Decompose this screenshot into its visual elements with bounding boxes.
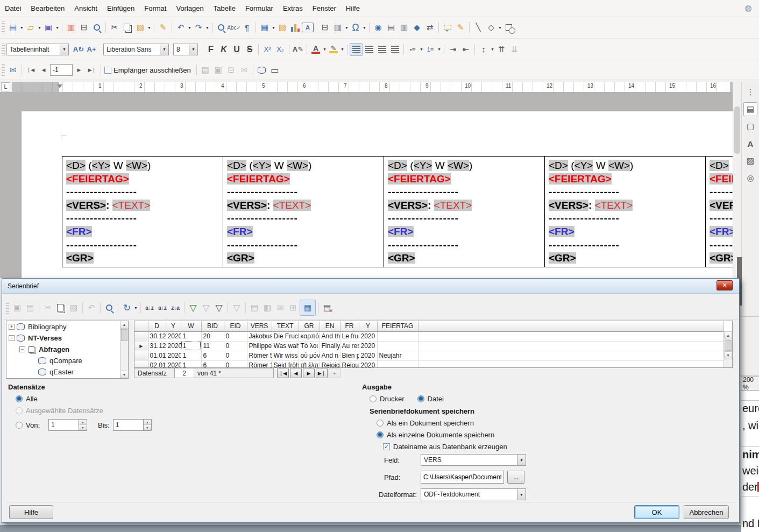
formatting-marks-icon[interactable] — [240, 21, 253, 34]
menu-datei[interactable]: Datei — [0, 2, 26, 15]
data-to-text-icon[interactable] — [248, 301, 261, 314]
column-header[interactable]: TEXT — [272, 321, 299, 331]
sidebar-navigator-icon[interactable]: ◎ — [743, 171, 757, 185]
horizontal-ruler[interactable]: 1 2 3 4 5 6 7 8 9 10 11 12 13 14 15 16 — [12, 82, 733, 92]
find-replace-icon[interactable] — [215, 21, 228, 34]
align-left-icon[interactable] — [350, 43, 363, 56]
expander-icon[interactable]: − — [19, 346, 25, 352]
column-header[interactable]: FR — [340, 321, 359, 331]
radio-datei[interactable] — [417, 395, 424, 402]
dialog-save-icon[interactable] — [11, 301, 24, 314]
insert-endnote-icon[interactable] — [398, 21, 410, 34]
current-row-marker[interactable]: ▶ — [134, 341, 148, 351]
dialog-undo-icon[interactable] — [85, 301, 98, 314]
new-document-icon[interactable] — [6, 21, 19, 34]
records-range-option[interactable]: Von: 1 ▲▼ Bis: 1 ▲▼ — [16, 419, 152, 431]
open-dropdown[interactable]: ▼ — [37, 21, 42, 34]
filename-from-db-checkbox[interactable]: ✓ — [383, 443, 390, 450]
column-header[interactable]: FEIERTAG — [377, 321, 418, 331]
line-spacing-icon[interactable]: ↕ — [477, 43, 490, 56]
record-number-input[interactable] — [50, 64, 73, 76]
save-single-option[interactable]: Als ein Dokument speichern — [377, 419, 474, 427]
radio-als-einzelne[interactable] — [377, 431, 384, 438]
show-draw-functions-icon[interactable] — [502, 21, 515, 34]
bookmark-icon[interactable] — [410, 21, 423, 34]
reset-filter-icon[interactable] — [230, 301, 243, 314]
insert-line-icon[interactable] — [472, 21, 485, 34]
dialog-copy-icon[interactable] — [54, 301, 67, 314]
tree-item-nt-verses[interactable]: − NT-Verses — [6, 332, 128, 344]
column-header[interactable]: Y — [166, 321, 181, 331]
tree-item-abfragen[interactable]: − Abfragen — [6, 344, 128, 355]
open-icon[interactable] — [24, 21, 37, 34]
bis-down[interactable]: ▼ — [144, 425, 151, 430]
font-color-icon[interactable]: A — [309, 43, 322, 56]
update-style-icon[interactable]: A↻ — [72, 43, 85, 56]
subscript-icon[interactable]: X₂ — [274, 43, 287, 56]
edit-individual-documents-icon[interactable] — [199, 63, 212, 76]
nav-last-record[interactable] — [316, 368, 328, 378]
field-dropdown[interactable]: ▼ — [517, 455, 526, 465]
highlight-color-icon[interactable]: ✎ — [327, 43, 340, 56]
grid-row[interactable]: 02.01 2020 1 6 0 Römer 1: Seid fröh τῇ ἐ… — [134, 360, 724, 368]
exclude-recipient-checkbox[interactable] — [104, 67, 111, 74]
tree-item-bibliography[interactable]: + Bibliography — [6, 321, 128, 332]
cross-reference-icon[interactable] — [423, 21, 436, 34]
character-highlight-icon[interactable]: A✎ — [292, 43, 304, 56]
radio-alle[interactable] — [16, 395, 23, 402]
grid-scroll-thumb[interactable] — [725, 340, 732, 351]
apply-filter-icon[interactable] — [200, 301, 212, 314]
dialog-refresh-icon[interactable] — [120, 301, 133, 314]
dialog-close-button[interactable]: ✕ — [717, 280, 733, 290]
align-right-icon[interactable] — [375, 43, 388, 56]
menu-fenster[interactable]: Fenster — [308, 2, 341, 15]
grid-row[interactable]: 01.01 2020 1 6 0 Römer 5, Wir wiss οὐ μό… — [134, 351, 724, 360]
row-selector[interactable] — [134, 360, 148, 368]
grid-row[interactable]: 30.12 2020 1 20 0 Jakobus Die Frucl καρπ… — [134, 331, 724, 341]
menu-bearbeiten[interactable]: Bearbeiten — [26, 2, 69, 15]
table-cell-clipped[interactable]: <D> <FEIERTAG> ------------------ <VERS>… — [705, 157, 733, 267]
ok-button[interactable]: OK — [634, 505, 679, 519]
toolbar-grip[interactable] — [2, 22, 5, 33]
insert-chart-icon[interactable] — [289, 21, 302, 34]
von-down[interactable]: ▼ — [79, 425, 87, 430]
table-cell[interactable]: <D> (<Y> W <W>) <FEIERTAG> -------------… — [62, 157, 223, 267]
superscript-icon[interactable]: X² — [261, 43, 274, 56]
font-name-combo[interactable]: Liberation Sans ▼ — [103, 44, 169, 55]
bullet-list-icon[interactable]: •≡ — [406, 43, 419, 56]
sidebar-gallery-icon[interactable]: ▨ — [743, 154, 757, 168]
sort-icon[interactable]: a↓z — [143, 301, 156, 314]
dialog-titlebar[interactable]: Serienbrief — [2, 279, 739, 294]
menu-einfuegen[interactable]: Einfügen — [102, 2, 139, 15]
italic-icon[interactable]: K — [217, 43, 230, 56]
menu-formular[interactable]: Formular — [240, 2, 278, 15]
dialog-mail-merge-icon[interactable] — [274, 301, 287, 314]
format-combo[interactable]: ODF-Textdokument ▼ — [421, 488, 526, 500]
mail-merge-icon[interactable] — [6, 63, 19, 76]
special-character-dropdown[interactable]: ▼ — [362, 21, 367, 34]
tree-scrollbar[interactable]: ▲ ▼ — [120, 321, 128, 378]
record-value[interactable]: 2 — [175, 368, 194, 378]
special-character-icon[interactable] — [349, 21, 362, 34]
redo-dropdown[interactable]: ▼ — [205, 21, 210, 34]
radio-ausgewaehlte[interactable] — [16, 407, 23, 414]
print-merged-documents-icon[interactable] — [225, 63, 238, 76]
grid-scroll-up[interactable]: ▲ — [724, 331, 732, 339]
von-spinner[interactable]: 1 ▲▼ — [48, 419, 87, 431]
paragraph-space-up-icon[interactable]: ⇈ — [495, 43, 508, 56]
previous-record-icon[interactable] — [37, 63, 50, 76]
column-header[interactable]: BID — [201, 321, 224, 331]
paragraph-style-dropdown[interactable]: ▼ — [60, 44, 68, 55]
sort-descending-icon[interactable]: z↓a — [169, 301, 182, 314]
scrollbar-thumb[interactable] — [734, 107, 740, 154]
toolbar-grip2[interactable] — [2, 44, 5, 55]
new-document-dropdown[interactable]: ▼ — [19, 21, 24, 34]
redo-icon[interactable] — [192, 21, 205, 34]
help-button[interactable]: Hilfe — [9, 505, 53, 519]
data-to-fields-icon[interactable] — [261, 301, 274, 314]
next-record-icon[interactable] — [73, 63, 86, 76]
current-document-data-source-icon[interactable] — [287, 301, 300, 314]
indent-marker[interactable] — [57, 84, 62, 91]
last-record-icon[interactable] — [86, 63, 98, 76]
page-break-icon[interactable] — [318, 21, 331, 34]
